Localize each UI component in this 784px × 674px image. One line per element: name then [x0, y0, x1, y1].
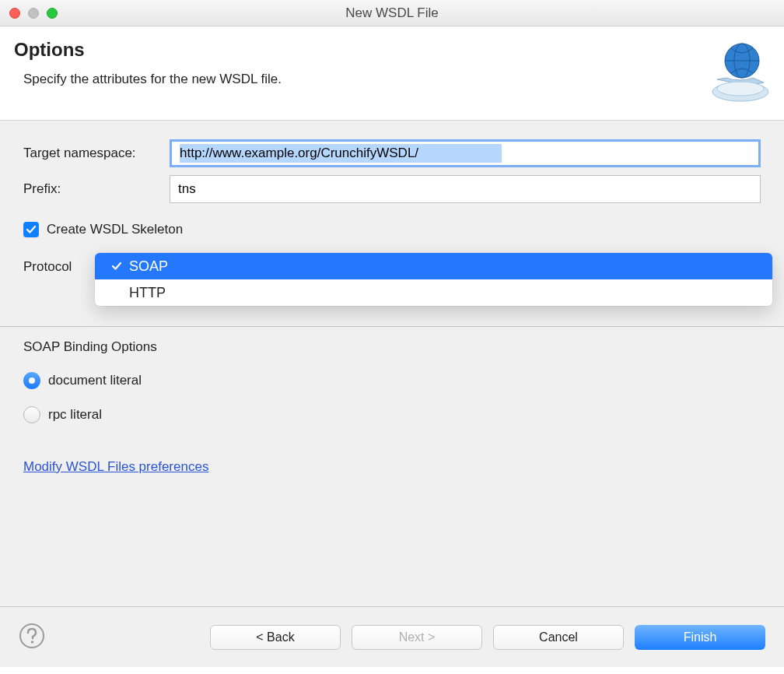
window-title: New WSDL File [0, 5, 784, 21]
back-button[interactable]: < Back [210, 625, 341, 650]
prefix-label: Prefix: [23, 181, 170, 197]
svg-point-6 [20, 624, 44, 648]
protocol-dropdown[interactable]: SOAP HTTP [95, 253, 772, 306]
footer: < Back Next > Cancel Finish [0, 606, 784, 667]
page-subtitle: Specify the attributes for the new WSDL … [14, 72, 282, 87]
svg-point-7 [31, 641, 34, 644]
prefix-input[interactable]: tns [170, 175, 761, 203]
traffic-lights [0, 8, 58, 19]
divider [0, 326, 784, 327]
protocol-label: Protocol [23, 255, 72, 275]
rpc-literal-radio[interactable] [23, 406, 40, 423]
protocol-option-soap[interactable]: SOAP [95, 253, 772, 279]
page-title: Options [14, 39, 282, 61]
cancel-button[interactable]: Cancel [493, 625, 624, 650]
window-close-button[interactable] [9, 8, 20, 19]
target-namespace-input[interactable]: http://www.example.org/CrunchifyWSDL/ [170, 139, 761, 167]
header-area: Options Specify the attributes for the n… [0, 26, 784, 121]
target-namespace-label: Target namespace: [23, 146, 170, 161]
svg-point-5 [717, 82, 764, 96]
finish-button[interactable]: Finish [635, 625, 765, 650]
create-skeleton-checkbox[interactable] [23, 222, 39, 237]
window-minimize-button[interactable] [28, 8, 39, 19]
title-bar: New WSDL File [0, 0, 784, 26]
content-area: Target namespace: http://www.example.org… [0, 121, 784, 606]
document-literal-label: document literal [48, 373, 142, 388]
check-icon [109, 261, 124, 272]
protocol-option-http[interactable]: HTTP [95, 279, 772, 306]
help-icon[interactable] [19, 623, 45, 652]
modify-preferences-link[interactable]: Modify WSDL Files preferences [23, 459, 208, 475]
window-maximize-button[interactable] [47, 8, 58, 19]
wsdl-icon [702, 39, 768, 109]
rpc-literal-label: rpc literal [48, 407, 102, 423]
soap-binding-title: SOAP Binding Options [23, 339, 761, 355]
document-literal-radio[interactable] [23, 372, 40, 389]
create-skeleton-label: Create WSDL Skeleton [47, 222, 183, 237]
next-button[interactable]: Next > [352, 625, 482, 650]
